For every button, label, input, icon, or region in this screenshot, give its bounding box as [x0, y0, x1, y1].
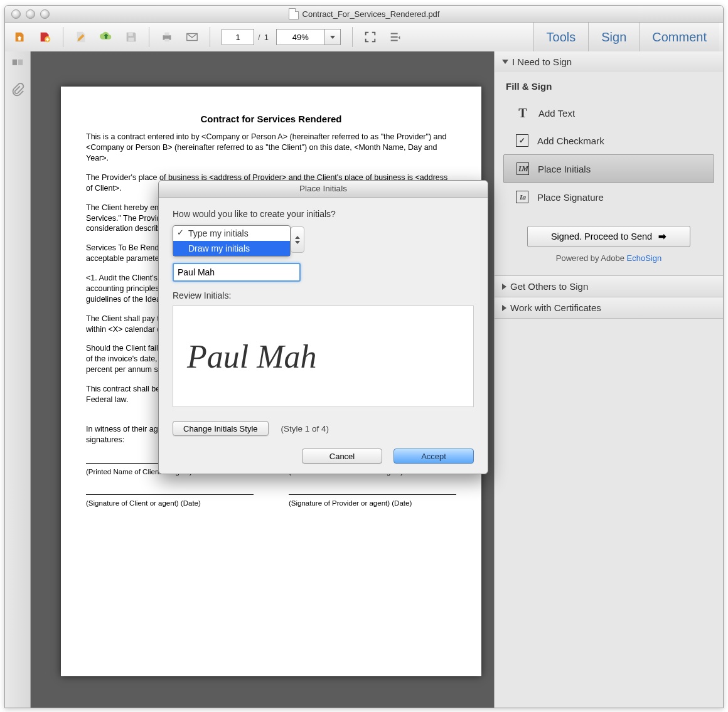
accept-button[interactable]: Accept: [393, 449, 474, 464]
section-header[interactable]: Work with Certificates: [495, 297, 723, 318]
window-title: Contract_For_Services_Rendered.pdf: [5, 8, 723, 19]
toolbar-separator: [210, 27, 210, 47]
titlebar: Contract_For_Services_Rendered.pdf: [5, 6, 723, 23]
cancel-button[interactable]: Cancel: [302, 449, 382, 464]
fit-page-button[interactable]: [359, 26, 382, 48]
dropdown-option-type[interactable]: Type my initials: [173, 226, 290, 241]
print-button[interactable]: [156, 26, 178, 48]
section-i-need-to-sign: I Need to Sign Fill & Sign T Add Text ✓ …: [495, 51, 723, 276]
attachments-icon[interactable]: [11, 83, 24, 97]
place-initials-dialog: Place Initials How would you like to cre…: [158, 180, 488, 474]
tool-label: Place Signature: [537, 192, 604, 203]
section-get-others: Get Others to Sign: [495, 276, 723, 297]
toolbar-separator: [149, 27, 149, 47]
doc-heading: Contract for Services Rendered: [86, 113, 456, 125]
fill-sign-title: Fill & Sign: [506, 81, 714, 92]
page-separator: /: [258, 33, 260, 42]
current-page-input[interactable]: [222, 29, 254, 45]
tab-tools[interactable]: Tools: [533, 23, 589, 51]
tool-label: Add Checkmark: [537, 135, 604, 146]
convert-pdf-button[interactable]: [9, 26, 31, 48]
text-icon: T: [516, 106, 530, 120]
toolbar: / 1 Tools Sign Comment: [5, 23, 723, 52]
preview-text: Paul Mah: [187, 338, 317, 375]
sig-caption: (Signature of Provider or agent) (Date): [289, 499, 456, 509]
total-pages: 1: [264, 33, 269, 42]
edit-button[interactable]: [70, 26, 92, 48]
upload-button[interactable]: [95, 26, 117, 48]
tab-sign[interactable]: Sign: [588, 23, 639, 51]
svg-rect-2: [128, 38, 134, 41]
email-button[interactable]: [181, 26, 203, 48]
checkmark-icon: ✓: [516, 134, 528, 147]
section-header[interactable]: Get Others to Sign: [495, 276, 723, 297]
echosign-link[interactable]: EchoSign: [627, 253, 662, 263]
section-title: Get Others to Sign: [510, 281, 588, 292]
powered-by: Powered by Adobe EchoSign: [503, 253, 714, 263]
disclosure-triangle-icon: [502, 284, 506, 290]
doc-paragraph: This is a contract entered into by <Comp…: [86, 132, 456, 164]
signature-icon: La: [516, 191, 528, 203]
tool-place-signature[interactable]: La Place Signature: [503, 183, 714, 211]
proceed-to-send-button[interactable]: Signed. Proceed to Send ➡: [527, 226, 690, 247]
change-style-button[interactable]: Change Initials Style: [173, 421, 269, 436]
save-button[interactable]: [120, 26, 142, 48]
right-tabs: Tools Sign Comment: [533, 23, 719, 51]
svg-rect-1: [128, 33, 132, 36]
arrow-right-icon: ➡: [658, 231, 666, 242]
tool-add-text[interactable]: T Add Text: [503, 99, 714, 127]
tab-comment[interactable]: Comment: [639, 23, 719, 51]
thumbnails-icon[interactable]: [11, 58, 24, 72]
left-nav: [5, 51, 31, 708]
initials-name-input[interactable]: [173, 263, 301, 282]
tool-add-checkmark[interactable]: ✓ Add Checkmark: [503, 127, 714, 154]
section-title: Work with Certificates: [510, 302, 601, 313]
section-header[interactable]: I Need to Sign: [495, 51, 723, 72]
dropdown-stepper-icon[interactable]: [291, 226, 304, 253]
more-tools-button[interactable]: [384, 26, 407, 48]
tool-label: Add Text: [538, 108, 575, 119]
toolbar-separator: [63, 27, 63, 47]
style-counter: (Style 1 of 4): [281, 424, 329, 433]
review-label: Review Initials:: [173, 290, 474, 300]
document-icon: [289, 8, 299, 19]
sig-caption: (Signature of Client or agent) (Date): [86, 499, 254, 509]
svg-rect-5: [164, 39, 169, 42]
svg-rect-8: [18, 60, 23, 65]
svg-rect-4: [164, 33, 169, 36]
dialog-title: Place Initials: [159, 181, 488, 198]
window-title-text: Contract_For_Services_Rendered.pdf: [302, 9, 440, 19]
right-panel: I Need to Sign Fill & Sign T Add Text ✓ …: [494, 51, 723, 708]
disclosure-triangle-icon: [502, 60, 508, 64]
create-pdf-button[interactable]: [34, 26, 56, 48]
tool-label: Place Initials: [538, 164, 591, 174]
dialog-question: How would you like to create your initia…: [173, 209, 474, 219]
app-window: Contract_For_Services_Rendered.pdf / 1 T…: [4, 5, 724, 708]
section-certificates: Work with Certificates: [495, 297, 723, 319]
page-navigator: / 1: [222, 29, 269, 45]
proceed-label: Signed. Proceed to Send: [551, 231, 652, 242]
tool-place-initials[interactable]: LM Place Initials: [503, 154, 714, 183]
initials-icon: LM: [517, 162, 529, 175]
zoom-dropdown-button[interactable]: [324, 29, 341, 45]
disclosure-triangle-icon: [502, 305, 506, 311]
section-title: I Need to Sign: [512, 56, 572, 67]
zoom-input[interactable]: [276, 29, 324, 45]
signature-row: (Signature of Client or agent) (Date) (S…: [86, 494, 456, 509]
zoom-control: [276, 29, 341, 45]
initials-method-dropdown[interactable]: Type my initials Draw my initials: [173, 225, 291, 257]
initials-preview: Paul Mah: [173, 306, 474, 407]
dropdown-option-draw[interactable]: Draw my initials: [173, 241, 290, 256]
svg-rect-7: [13, 60, 17, 65]
toolbar-separator: [352, 27, 353, 47]
